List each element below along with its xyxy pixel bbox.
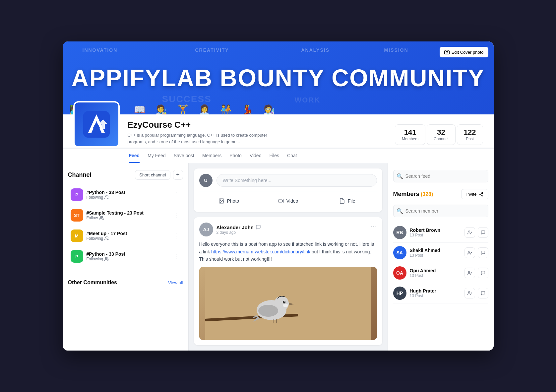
composer-video-btn[interactable]: Video xyxy=(258,195,318,207)
svg-point-27 xyxy=(481,195,483,196)
cover-title: APPIFYLAB BOUNTY COMMUNITY xyxy=(71,64,485,92)
message-icon xyxy=(481,230,485,235)
tab-video[interactable]: Video xyxy=(250,149,262,163)
member-add-friend-btn-hugh[interactable] xyxy=(464,288,475,298)
member-message-btn-robert[interactable] xyxy=(478,227,488,238)
profile-section: EzyCourse C++ C++ is a popular programmi… xyxy=(63,114,494,148)
svg-point-26 xyxy=(479,194,480,195)
search-member-input[interactable] xyxy=(393,205,488,217)
other-communities-section: Other Communities View all xyxy=(68,274,183,286)
tab-chat[interactable]: Chat xyxy=(287,149,297,163)
add-channel-button[interactable]: + xyxy=(173,170,183,180)
member-posts-robert: 13 Post xyxy=(410,233,461,237)
search-member-icon: 🔍 xyxy=(397,208,403,214)
member-initials-robert: RB xyxy=(393,226,406,239)
composer-avatar-initials: U xyxy=(199,174,213,187)
member-posts-hugh: 13 Post xyxy=(410,294,461,298)
view-all-link[interactable]: View all xyxy=(168,280,183,285)
post-link[interactable]: https://www.merriam-webster.com/dictiona… xyxy=(211,249,310,254)
member-add-friend-btn-robert[interactable] xyxy=(464,227,475,238)
channel-avatar-python2: P xyxy=(71,250,83,263)
member-add-friend-btn-opu[interactable] xyxy=(464,268,475,278)
cover-word-mission: MISSION xyxy=(384,47,408,53)
channel-avatar-meetup: M xyxy=(71,229,83,242)
member-name-robert: Robert Brown xyxy=(410,228,461,233)
channel-more-btn[interactable]: ⋮ xyxy=(172,231,180,241)
composer-photo-label: Photo xyxy=(227,198,239,204)
member-actions-shakil xyxy=(464,247,488,258)
channel-status-meetup: Following xyxy=(87,236,168,241)
invite-button[interactable]: Invite xyxy=(461,189,488,199)
other-communities-title: Other Communities xyxy=(68,280,117,286)
short-channel-button[interactable]: Short channel xyxy=(135,170,170,180)
svg-point-39 xyxy=(468,292,470,293)
community-description: C++ is a popular programming language. C… xyxy=(128,132,274,145)
center-feed: U Write Something here... Photo Video xyxy=(189,163,388,350)
svg-point-8 xyxy=(105,257,107,259)
figure-7: 👩‍💼 xyxy=(199,105,210,114)
tab-members[interactable]: Members xyxy=(202,149,221,163)
tab-feed[interactable]: Feed xyxy=(129,149,140,163)
post-more-btn[interactable]: ⋯ xyxy=(370,223,377,230)
channel-more-btn[interactable]: ⋮ xyxy=(172,251,180,261)
channel-more-btn[interactable]: ⋮ xyxy=(172,210,180,220)
svg-point-7 xyxy=(105,237,107,238)
invite-label: Invite xyxy=(466,192,476,197)
add-user-icon xyxy=(467,230,472,235)
post-text: Hello everyone this is a post from app t… xyxy=(199,240,377,263)
member-add-friend-btn-shakil[interactable] xyxy=(464,247,475,258)
search-feed-input[interactable] xyxy=(393,170,488,182)
comment-icon xyxy=(256,225,261,230)
members-count: 141 xyxy=(402,128,418,137)
channel-info-python2: #Python - 33 Post Following xyxy=(87,251,168,261)
page-wrapper: INNOVATION CREATIVITY ANALYSIS MISSION O… xyxy=(63,41,494,350)
member-name-hugh: Hugh Prater xyxy=(410,288,461,294)
post-count: 122 xyxy=(464,128,476,137)
tab-files[interactable]: Files xyxy=(269,149,279,163)
left-sidebar: Channel Short channel + P #Python - 33 P… xyxy=(63,163,189,350)
composer-photo-btn[interactable]: Photo xyxy=(199,195,259,207)
svg-point-6 xyxy=(100,216,102,218)
channel-name-st: #Sample Testing - 23 Post xyxy=(87,210,168,216)
tab-myfeed[interactable]: My Feed xyxy=(148,149,165,163)
member-avatar-shakil: SA xyxy=(393,246,406,259)
channel-item: ST #Sample Testing - 23 Post Follow ⋮ xyxy=(68,206,183,225)
post-label: Post xyxy=(464,137,476,141)
nav-tabs: Feed My Feed Save post Members Photo Vid… xyxy=(63,149,494,163)
post-author-name: Alexander John xyxy=(216,225,261,230)
edit-cover-photo-button[interactable]: Edit Cover photo xyxy=(440,47,488,57)
composer-input[interactable]: Write Something here... xyxy=(216,174,377,187)
search-feed-icon: 🔍 xyxy=(397,173,403,179)
member-name-shakil: Shakil Ahmed xyxy=(410,248,461,253)
stat-post: 122 Post xyxy=(457,124,483,145)
post-author: AJ Alexander John 2 days ago xyxy=(199,223,261,236)
community-name: EzyCourse C++ xyxy=(128,120,387,130)
post-image xyxy=(199,267,377,340)
community-logo xyxy=(73,101,120,148)
member-actions-opu xyxy=(464,268,488,278)
edit-cover-label: Edit Cover photo xyxy=(452,50,484,55)
channel-more-btn[interactable]: ⋮ xyxy=(172,190,180,200)
tab-photo[interactable]: Photo xyxy=(229,149,242,163)
channel-label: Channel xyxy=(434,137,449,141)
members-label: Members xyxy=(402,137,418,141)
members-icon xyxy=(104,236,109,241)
channel-status-st: Follow xyxy=(87,216,168,220)
svg-rect-11 xyxy=(278,200,282,203)
post-header: AJ Alexander John 2 days ago ⋯ xyxy=(199,223,377,236)
svg-point-24 xyxy=(283,304,288,307)
member-actions-robert xyxy=(464,227,488,238)
tab-savepost[interactable]: Save post xyxy=(174,149,194,163)
members-title: Members xyxy=(393,191,419,197)
member-posts-shakil: 13 Post xyxy=(410,253,461,258)
composer-file-btn[interactable]: File xyxy=(318,195,377,207)
member-message-btn-hugh[interactable] xyxy=(478,288,488,298)
member-message-btn-shakil[interactable] xyxy=(478,247,488,258)
composer-file-label: File xyxy=(348,198,355,204)
channel-item: M #Meet up - 17 Post Following ⋮ xyxy=(68,226,183,245)
photo-icon xyxy=(218,198,224,204)
member-info-robert: Robert Brown 13 Post xyxy=(410,228,461,237)
member-message-btn-opu[interactable] xyxy=(478,268,488,278)
main-layout: Channel Short channel + P #Python - 33 P… xyxy=(63,163,494,350)
figure-8: 🧑‍🤝‍🧑 xyxy=(220,105,232,114)
